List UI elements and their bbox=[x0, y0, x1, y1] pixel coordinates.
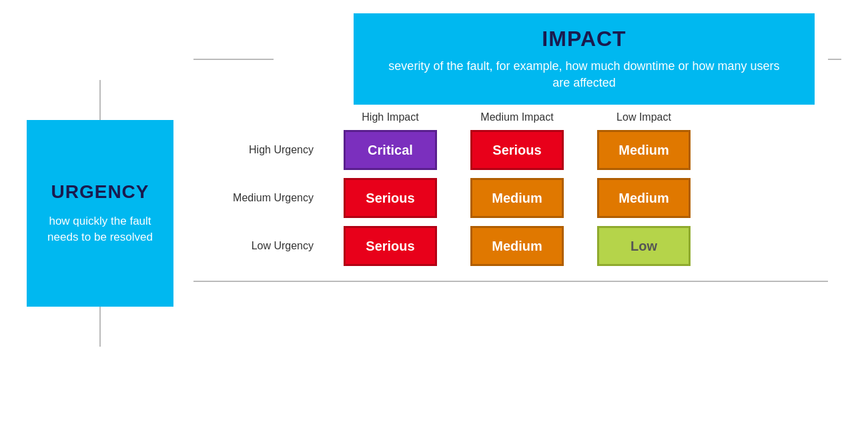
badge-medium-orange-4: Medium bbox=[470, 226, 564, 266]
cell-high-low: Medium bbox=[580, 130, 707, 170]
badge-low-green: Low bbox=[597, 226, 691, 266]
h-line-right bbox=[828, 59, 841, 60]
cell-high-medium: Serious bbox=[454, 130, 580, 170]
impact-description: severity of the fault, for example, how … bbox=[380, 58, 788, 91]
cell-low-high: Serious bbox=[327, 226, 454, 266]
cell-medium-medium: Medium bbox=[454, 178, 580, 218]
row-low-urgency: Low Urgency Serious Medium Low bbox=[193, 226, 841, 266]
urgency-box: URGENCY how quickly the fault needs to b… bbox=[27, 120, 173, 307]
row-label-medium-urgency: Medium Urgency bbox=[193, 192, 327, 204]
urgency-section: URGENCY how quickly the fault needs to b… bbox=[27, 80, 173, 347]
col-header-low-impact: Low Impact bbox=[580, 111, 707, 123]
v-line-top bbox=[99, 80, 101, 120]
cell-low-low: Low bbox=[580, 226, 707, 266]
cell-medium-low: Medium bbox=[580, 178, 707, 218]
cell-medium-high: Serious bbox=[327, 178, 454, 218]
row-high-urgency: High Urgency Critical Serious Medium bbox=[193, 130, 841, 170]
badge-serious-red-1: Serious bbox=[470, 130, 564, 170]
col-header-medium-impact: Medium Impact bbox=[454, 111, 580, 123]
badge-medium-orange-3: Medium bbox=[597, 178, 691, 218]
row-label-high-urgency: High Urgency bbox=[193, 144, 327, 156]
badge-serious-red-3: Serious bbox=[344, 226, 437, 266]
urgency-title: URGENCY bbox=[51, 181, 149, 203]
impact-title: IMPACT bbox=[380, 27, 788, 51]
cell-high-high: Critical bbox=[327, 130, 454, 170]
urgency-description: how quickly the fault needs to be resolv… bbox=[40, 213, 160, 245]
row-label-low-urgency: Low Urgency bbox=[193, 240, 327, 252]
h-line-bottom bbox=[193, 281, 828, 282]
badge-critical: Critical bbox=[344, 130, 437, 170]
badge-medium-orange-1: Medium bbox=[597, 130, 691, 170]
h-line-left bbox=[193, 59, 274, 60]
column-headers: High Impact Medium Impact Low Impact bbox=[193, 111, 841, 123]
v-line-bottom bbox=[99, 307, 101, 347]
badge-medium-orange-2: Medium bbox=[470, 178, 564, 218]
priority-grid: High Impact Medium Impact Low Impact Hig… bbox=[193, 111, 841, 274]
row-medium-urgency: Medium Urgency Serious Medium Medium bbox=[193, 178, 841, 218]
impact-box: IMPACT severity of the fault, for exampl… bbox=[354, 13, 815, 105]
cell-low-medium: Medium bbox=[454, 226, 580, 266]
right-section: IMPACT severity of the fault, for exampl… bbox=[193, 13, 841, 282]
col-header-high-impact: High Impact bbox=[327, 111, 454, 123]
badge-serious-red-2: Serious bbox=[344, 178, 437, 218]
page-container: URGENCY how quickly the fault needs to b… bbox=[0, 0, 868, 434]
